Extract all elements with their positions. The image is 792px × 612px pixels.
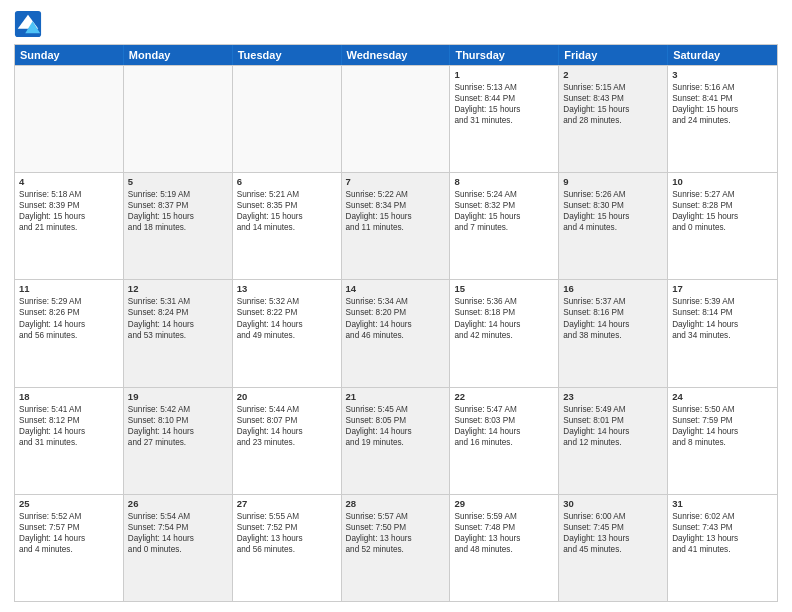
daylight-text: Daylight: 14 hours (128, 319, 228, 330)
daylight-text: Daylight: 14 hours (454, 426, 554, 437)
daylight-text2: and 56 minutes. (237, 544, 337, 555)
daylight-text2: and 19 minutes. (346, 437, 446, 448)
calendar-cell-1: 1 Sunrise: 5:13 AM Sunset: 8:44 PM Dayli… (450, 66, 559, 172)
calendar-cell-2: 2 Sunrise: 5:15 AM Sunset: 8:43 PM Dayli… (559, 66, 668, 172)
calendar-cell-23: 23 Sunrise: 5:49 AM Sunset: 8:01 PM Dayl… (559, 388, 668, 494)
calendar-header: SundayMondayTuesdayWednesdayThursdayFrid… (15, 45, 777, 65)
sunrise-text: Sunrise: 5:22 AM (346, 189, 446, 200)
calendar-cell-empty-0-1 (124, 66, 233, 172)
daylight-text: Daylight: 14 hours (346, 426, 446, 437)
sunrise-text: Sunrise: 5:34 AM (346, 296, 446, 307)
daylight-text: Daylight: 15 hours (237, 211, 337, 222)
daylight-text: Daylight: 14 hours (672, 319, 773, 330)
day-number: 4 (19, 176, 119, 187)
daylight-text2: and 28 minutes. (563, 115, 663, 126)
header-day-wednesday: Wednesday (342, 45, 451, 65)
sunrise-text: Sunrise: 5:16 AM (672, 82, 773, 93)
day-number: 7 (346, 176, 446, 187)
calendar-cell-21: 21 Sunrise: 5:45 AM Sunset: 8:05 PM Dayl… (342, 388, 451, 494)
sunrise-text: Sunrise: 5:39 AM (672, 296, 773, 307)
sunset-text: Sunset: 8:39 PM (19, 200, 119, 211)
day-number: 5 (128, 176, 228, 187)
day-number: 25 (19, 498, 119, 509)
day-number: 14 (346, 283, 446, 294)
daylight-text2: and 0 minutes. (672, 222, 773, 233)
daylight-text2: and 12 minutes. (563, 437, 663, 448)
sunset-text: Sunset: 8:43 PM (563, 93, 663, 104)
day-number: 20 (237, 391, 337, 402)
day-number: 31 (672, 498, 773, 509)
day-number: 10 (672, 176, 773, 187)
sunrise-text: Sunrise: 5:50 AM (672, 404, 773, 415)
daylight-text2: and 16 minutes. (454, 437, 554, 448)
daylight-text: Daylight: 14 hours (454, 319, 554, 330)
calendar-cell-12: 12 Sunrise: 5:31 AM Sunset: 8:24 PM Dayl… (124, 280, 233, 386)
calendar-cell-9: 9 Sunrise: 5:26 AM Sunset: 8:30 PM Dayli… (559, 173, 668, 279)
daylight-text2: and 0 minutes. (128, 544, 228, 555)
calendar-row-4: 18 Sunrise: 5:41 AM Sunset: 8:12 PM Dayl… (15, 387, 777, 494)
daylight-text2: and 48 minutes. (454, 544, 554, 555)
day-number: 2 (563, 69, 663, 80)
calendar-cell-10: 10 Sunrise: 5:27 AM Sunset: 8:28 PM Dayl… (668, 173, 777, 279)
daylight-text2: and 38 minutes. (563, 330, 663, 341)
logo-icon (14, 10, 42, 38)
daylight-text2: and 11 minutes. (346, 222, 446, 233)
calendar-cell-17: 17 Sunrise: 5:39 AM Sunset: 8:14 PM Dayl… (668, 280, 777, 386)
sunrise-text: Sunrise: 5:42 AM (128, 404, 228, 415)
sunset-text: Sunset: 7:48 PM (454, 522, 554, 533)
daylight-text: Daylight: 15 hours (346, 211, 446, 222)
daylight-text2: and 4 minutes. (563, 222, 663, 233)
daylight-text2: and 45 minutes. (563, 544, 663, 555)
day-number: 12 (128, 283, 228, 294)
sunrise-text: Sunrise: 5:37 AM (563, 296, 663, 307)
sunset-text: Sunset: 8:37 PM (128, 200, 228, 211)
sunrise-text: Sunrise: 5:27 AM (672, 189, 773, 200)
calendar-cell-28: 28 Sunrise: 5:57 AM Sunset: 7:50 PM Dayl… (342, 495, 451, 601)
calendar-cell-8: 8 Sunrise: 5:24 AM Sunset: 8:32 PM Dayli… (450, 173, 559, 279)
logo (14, 10, 46, 38)
calendar-row-5: 25 Sunrise: 5:52 AM Sunset: 7:57 PM Dayl… (15, 494, 777, 601)
daylight-text2: and 31 minutes. (454, 115, 554, 126)
calendar-cell-4: 4 Sunrise: 5:18 AM Sunset: 8:39 PM Dayli… (15, 173, 124, 279)
sunset-text: Sunset: 8:20 PM (346, 307, 446, 318)
day-number: 1 (454, 69, 554, 80)
day-number: 26 (128, 498, 228, 509)
calendar-cell-18: 18 Sunrise: 5:41 AM Sunset: 8:12 PM Dayl… (15, 388, 124, 494)
daylight-text: Daylight: 15 hours (19, 211, 119, 222)
daylight-text: Daylight: 14 hours (346, 319, 446, 330)
sunset-text: Sunset: 8:05 PM (346, 415, 446, 426)
daylight-text: Daylight: 13 hours (346, 533, 446, 544)
sunrise-text: Sunrise: 5:15 AM (563, 82, 663, 93)
daylight-text2: and 34 minutes. (672, 330, 773, 341)
daylight-text2: and 24 minutes. (672, 115, 773, 126)
sunset-text: Sunset: 8:26 PM (19, 307, 119, 318)
calendar-cell-26: 26 Sunrise: 5:54 AM Sunset: 7:54 PM Dayl… (124, 495, 233, 601)
sunrise-text: Sunrise: 5:36 AM (454, 296, 554, 307)
calendar-cell-25: 25 Sunrise: 5:52 AM Sunset: 7:57 PM Dayl… (15, 495, 124, 601)
day-number: 13 (237, 283, 337, 294)
sunrise-text: Sunrise: 5:47 AM (454, 404, 554, 415)
daylight-text: Daylight: 14 hours (237, 426, 337, 437)
day-number: 6 (237, 176, 337, 187)
calendar-cell-3: 3 Sunrise: 5:16 AM Sunset: 8:41 PM Dayli… (668, 66, 777, 172)
daylight-text: Daylight: 13 hours (237, 533, 337, 544)
day-number: 3 (672, 69, 773, 80)
calendar-cell-24: 24 Sunrise: 5:50 AM Sunset: 7:59 PM Dayl… (668, 388, 777, 494)
daylight-text: Daylight: 14 hours (19, 426, 119, 437)
daylight-text2: and 14 minutes. (237, 222, 337, 233)
sunset-text: Sunset: 8:03 PM (454, 415, 554, 426)
sunset-text: Sunset: 8:34 PM (346, 200, 446, 211)
sunset-text: Sunset: 8:24 PM (128, 307, 228, 318)
sunset-text: Sunset: 7:45 PM (563, 522, 663, 533)
sunset-text: Sunset: 8:22 PM (237, 307, 337, 318)
sunset-text: Sunset: 7:43 PM (672, 522, 773, 533)
calendar-cell-empty-0-0 (15, 66, 124, 172)
sunset-text: Sunset: 8:44 PM (454, 93, 554, 104)
daylight-text2: and 27 minutes. (128, 437, 228, 448)
day-number: 8 (454, 176, 554, 187)
calendar-cell-19: 19 Sunrise: 5:42 AM Sunset: 8:10 PM Dayl… (124, 388, 233, 494)
sunrise-text: Sunrise: 6:02 AM (672, 511, 773, 522)
daylight-text: Daylight: 14 hours (672, 426, 773, 437)
daylight-text: Daylight: 13 hours (563, 533, 663, 544)
daylight-text2: and 49 minutes. (237, 330, 337, 341)
